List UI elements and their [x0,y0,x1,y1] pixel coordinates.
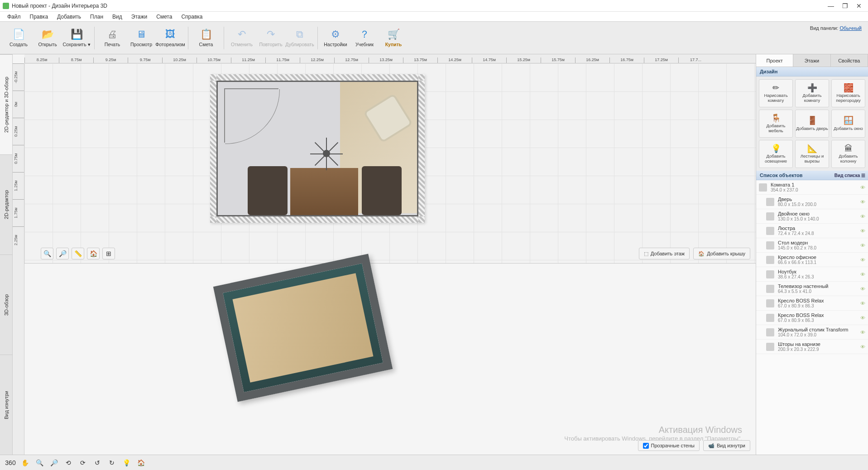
object-item[interactable]: Кресло BOSS Relax67.0 x 80.9 x 86.3👁 [756,296,868,311]
object-item[interactable]: Люстра72.4 x 72.4 x 24.8👁 [756,224,868,238]
menu-смета[interactable]: Смета [153,13,176,21]
toolbar-сохранить-button[interactable]: 💾Сохранить ▾ [62,24,91,52]
object-item[interactable]: Дверь80.0 x 15.0 x 200.0👁 [756,195,868,209]
app-icon [3,3,9,9]
toolbar-создать-button[interactable]: 📄Создать [5,24,33,52]
panel-mode-link[interactable]: Обычный [839,25,862,31]
object-item[interactable]: Журнальный столик Transform104.0 x 72.0 … [756,325,868,340]
rp-tab-проект[interactable]: Проект [756,54,793,67]
design-добавить-освещение[interactable]: 💡Добавить освещение [759,140,793,168]
design-лестницы-и-вырезы[interactable]: 📐Лестницы и вырезы [795,140,829,168]
add-floor-button[interactable]: ⬚Добавить этаж [639,248,690,259]
left-tab-2[interactable]: 3D-обзор [0,254,12,355]
visibility-icon[interactable]: 👁 [860,243,865,248]
maximize-button[interactable]: ❐ [842,2,848,10]
toolbar-открыть-button[interactable]: 📂Открыть [34,24,62,52]
left-tab-1[interactable]: 2D-редактор [0,154,12,254]
transparent-walls-checkbox[interactable]: Прозрачные стены [638,440,700,451]
design-добавить-окно[interactable]: 🪟Добавить окно [831,110,865,138]
orbit-right-button[interactable]: ↻ [106,457,118,468]
rp-tab-этажи[interactable]: Этажи [793,54,830,67]
object-item[interactable]: Комната 1354.0 x 237.0👁 [756,180,868,195]
chandelier[interactable] [308,135,345,172]
ruler-button[interactable]: 📏 [72,248,84,259]
visibility-icon[interactable]: 👁 [860,272,865,277]
zoom-in-button[interactable]: 🔎 [56,248,69,259]
rotate-right-button[interactable]: ⟳ [77,457,89,468]
object-item[interactable]: Ноутбук38.6 x 27.4 x 26.3👁 [756,267,868,282]
room-plan[interactable] [210,74,425,223]
toolbar-смета-button[interactable]: 📋Смета [192,24,220,52]
object-item[interactable]: Двойное окно130.0 x 15.0 x 140.0👁 [756,209,868,224]
desk-object[interactable] [290,168,358,215]
left-tab-0[interactable]: 2D-редактор и 3D-обзор [0,54,12,154]
close-button[interactable]: ✕ [856,2,862,10]
design-нарисовать-комнату[interactable]: ✏Нарисовать комнату [759,79,793,107]
list-view-mode[interactable]: Вид списка ☰ [834,173,865,178]
toolbar-фотореализм-button[interactable]: 🖼Фотореализм [156,24,184,52]
panel-mode: Вид панели: Обычный [810,25,862,31]
viewport-2d[interactable]: 🔍 🔎 📏 🏠 ⊞ ⬚Добавить этаж 🏠Добавить крышу [24,63,756,264]
zoom-out-button[interactable]: 🔍 [41,248,53,259]
armchair-left[interactable] [248,166,288,215]
zoom-in-3d-button[interactable]: 🔎 [48,457,60,468]
visibility-icon[interactable]: 👁 [860,228,865,234]
design-добавить-мебель[interactable]: 🪑Добавить мебель [759,110,793,138]
visibility-icon[interactable]: 👁 [860,185,865,190]
menu-файл[interactable]: Файл [4,13,24,21]
visibility-icon[interactable]: 👁 [860,330,865,335]
pan-button[interactable]: ✋ [19,457,31,468]
main-toolbar: 📄Создать📂Открыть💾Сохранить ▾🖨Печать🖥Прос… [0,22,868,54]
main-area: 2D-редактор и 3D-обзор2D-редактор3D-обзо… [0,54,868,455]
object-item[interactable]: Шторы на карнизе200.9 x 20.3 x 222.9👁 [756,340,868,354]
rp-tab-свойства[interactable]: Свойства [831,54,868,67]
visibility-icon[interactable]: 👁 [860,344,865,350]
grid-button[interactable]: ⊞ [102,248,115,259]
design-нарисовать-перегородку[interactable]: 🧱Нарисовать перегородку [831,79,865,107]
light-button[interactable]: 💡 [120,457,132,468]
menu-добавить[interactable]: Добавить [53,13,85,21]
design-добавить-комнату[interactable]: ➕Добавить комнату [795,79,829,107]
bottom-toolbar: 360 ✋ 🔍 🔎 ⟲ ⟳ ↺ ↻ 💡 🏠 [0,455,868,470]
visibility-icon[interactable]: 👁 [860,199,865,205]
zoom-out-3d-button[interactable]: 🔍 [34,457,45,468]
object-item[interactable]: Кресло BOSS Relax67.0 x 80.9 x 86.3👁 [756,311,868,325]
door-arc[interactable] [224,88,278,143]
toolbar-настройки-button[interactable]: ⚙Настройки [321,24,350,52]
inside-view-button[interactable]: 📹Вид изнутри [703,440,750,451]
object-icon [766,198,774,206]
toolbar-купить-button[interactable]: 🛒Купить [379,24,408,52]
minimize-button[interactable]: — [828,2,834,10]
menu-план[interactable]: План [86,13,107,21]
menu-вид[interactable]: Вид [109,13,126,21]
room-3d-preview[interactable] [213,254,393,402]
object-icon [766,299,774,307]
add-roof-button[interactable]: 🏠Добавить крышу [693,248,750,259]
titlebar: Новый проект - Дизайн Интерьера 3D — ❐ ✕ [0,0,868,12]
viewport-3d[interactable]: Активация Windows Чтобы активировать Win… [24,264,756,455]
toolbar-учебник-button[interactable]: ？Учебник [350,24,379,52]
menu-правка[interactable]: Правка [26,13,52,21]
design-добавить-колонну[interactable]: 🏛Добавить колонну [831,140,865,168]
home-3d-button[interactable]: 🏠 [135,457,147,468]
toolbar-печать-button[interactable]: 🖨Печать [98,24,126,52]
object-item[interactable]: Телевизор настенный64.3 x 5.5 x 41.0👁 [756,282,868,296]
visibility-icon[interactable]: 👁 [860,214,865,219]
menu-этажи[interactable]: Этажи [128,13,151,21]
rotate-left-button[interactable]: ⟲ [62,457,74,468]
left-tab-3[interactable]: Вид изнутри [0,355,12,455]
toolbar-просмотр-button[interactable]: 🖥Просмотр [127,24,155,52]
visibility-icon[interactable]: 👁 [860,315,865,321]
object-item[interactable]: Кресло офисное66.6 x 66.6 x 113.1👁 [756,253,868,267]
orbit-left-button[interactable]: ↺ [91,457,103,468]
camera-360-button[interactable]: 360 [5,457,16,468]
visibility-icon[interactable]: 👁 [860,286,865,292]
design-добавить-дверь[interactable]: 🚪Добавить дверь [795,110,829,138]
object-list-header: Список объектов Вид списка ☰ [756,171,868,180]
home-button[interactable]: 🏠 [87,248,100,259]
menu-справка[interactable]: Справка [177,13,206,21]
object-item[interactable]: Стол модерн145.0 x 60.2 x 78.0👁 [756,238,868,253]
armchair-right[interactable] [362,166,402,215]
visibility-icon[interactable]: 👁 [860,257,865,263]
visibility-icon[interactable]: 👁 [860,301,865,306]
